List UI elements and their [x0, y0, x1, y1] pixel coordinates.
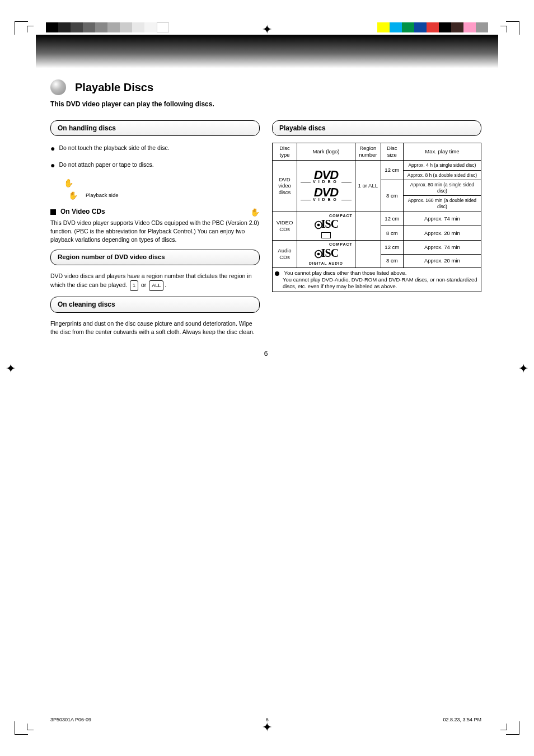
table-cell: Audio CDs [273, 241, 297, 268]
region-badge: ALL [149, 280, 163, 291]
crop-mark [500, 26, 507, 32]
table-cell: Approx. 160 min (a double sided disc) [403, 196, 481, 212]
print-registration: ✦ [0, 0, 534, 34]
table-cell-logo: COMPACT ISC [297, 212, 355, 241]
table-cell: Approx. 8 h (a double sided disc) [403, 170, 481, 180]
table-cell-logo: COMPACT ISC DIGITAL AUDIO [297, 241, 355, 268]
table-cell: Approx. 4 h (a single sided disc) [403, 160, 481, 170]
page-body: Playable Discs This DVD video player can… [50, 79, 481, 358]
crop-mark [15, 21, 28, 35]
body-text: Do not attach paper or tape to discs. [59, 161, 153, 168]
body-text: DVD video discs and players have a regio… [50, 272, 260, 291]
table-cell: 12 cm [381, 212, 403, 226]
body-text: This DVD video player supports Video CDs… [50, 219, 260, 245]
footer-right: 02.8.23, 3:54 PM [443, 717, 481, 722]
table-cell [355, 212, 381, 241]
table-cell: 8 cm [381, 180, 403, 212]
grayscale-bar [46, 22, 169, 32]
color-bar [377, 22, 488, 32]
dvd-video-logo-icon: DVDVIDEO [301, 188, 352, 201]
table-cell: 1 or ALL [355, 160, 381, 212]
table-cell: 8 cm [381, 254, 403, 267]
video-cd-logo-icon: COMPACT ISC [299, 214, 353, 239]
crop-mark [506, 21, 519, 35]
page-number: 6 [50, 350, 481, 358]
crop-mark [27, 724, 34, 730]
table-header: Region number [355, 143, 381, 161]
dvd-video-logo-icon: DVDVIDEO [301, 171, 352, 184]
left-column: On handling discs ● Do not touch the pla… [50, 120, 260, 342]
header-gradient [36, 35, 498, 68]
bullet-icon [275, 271, 279, 276]
crop-mark [506, 721, 519, 735]
registration-target-icon: ✦ [262, 721, 272, 734]
table-cell [355, 241, 381, 268]
table-header: Max. play time [403, 143, 481, 161]
table-note: You cannot play discs other than those l… [273, 268, 481, 292]
page-title: Playable Discs [75, 81, 153, 94]
right-column: Playable discs Disc type Mark (logo) Reg… [272, 120, 481, 342]
table-cell: 12 cm [381, 241, 403, 254]
table-cell: Approx. 74 min [403, 241, 481, 254]
audio-cd-logo-icon: COMPACT ISC DIGITAL AUDIO [299, 242, 353, 266]
region-badge: 1 [130, 280, 138, 291]
sub-heading: On Video CDs [60, 208, 246, 215]
table-cell: 8 cm [381, 226, 403, 241]
playable-discs-table: Disc type Mark (logo) Region number Disc… [272, 143, 481, 292]
title-bullet-icon [50, 79, 66, 95]
table-cell: Approx. 80 min (a single sided disc) [403, 180, 481, 196]
handling-diagram: ✋ ✋ Playback side [64, 177, 260, 202]
table-header: Disc size [381, 143, 403, 161]
crop-mark [27, 26, 34, 32]
table-cell-logo: DVDVIDEO DVDVIDEO [297, 160, 355, 212]
hand-icon: ✋ [64, 177, 73, 189]
body-text: Do not touch the playback side of the di… [59, 144, 169, 151]
table-cell: VIDEO CDs [273, 212, 297, 241]
section-heading-cleaning: On cleaning discs [50, 297, 260, 312]
body-text: ● Do not attach paper or tape to discs. [50, 159, 260, 171]
body-text: Fingerprints and dust on the disc cause … [50, 320, 260, 336]
diagram-label: Playback side [86, 192, 119, 198]
footer-left: 3P50301A P06-09 [50, 717, 91, 722]
hand-icon: ✋ [68, 189, 77, 201]
registration-target-icon: ✦ [6, 363, 16, 375]
table-cell: Approx. 74 min [403, 212, 481, 226]
table-cell: DVD video discs [273, 160, 297, 212]
table-header: Mark (logo) [297, 143, 355, 161]
section-heading-playable: Playable discs [272, 120, 481, 136]
lead-text: This DVD video player can play the follo… [50, 100, 481, 109]
bullet-icon: ● [50, 161, 55, 170]
square-bullet-icon [50, 209, 56, 215]
table-cell: Approx. 20 min [403, 254, 481, 267]
table-note-text: You cannot play discs other than those l… [284, 270, 406, 276]
section-heading-region: Region number of DVD video discs [50, 250, 260, 265]
body-text: ● Do not touch the playback side of the … [50, 143, 260, 154]
table-note-text: You cannot play DVD-Audio, DVD-ROM and D… [283, 276, 479, 290]
crop-mark [15, 721, 28, 735]
table-cell: 12 cm [381, 160, 403, 180]
section-heading-handling: On handling discs [50, 120, 260, 136]
hand-icon: ✋ [250, 208, 260, 217]
registration-target-icon: ✦ [518, 363, 528, 375]
table-cell: Approx. 20 min [403, 226, 481, 241]
bullet-icon: ● [50, 144, 55, 153]
crop-mark [500, 724, 507, 730]
table-header: Disc type [273, 143, 297, 161]
